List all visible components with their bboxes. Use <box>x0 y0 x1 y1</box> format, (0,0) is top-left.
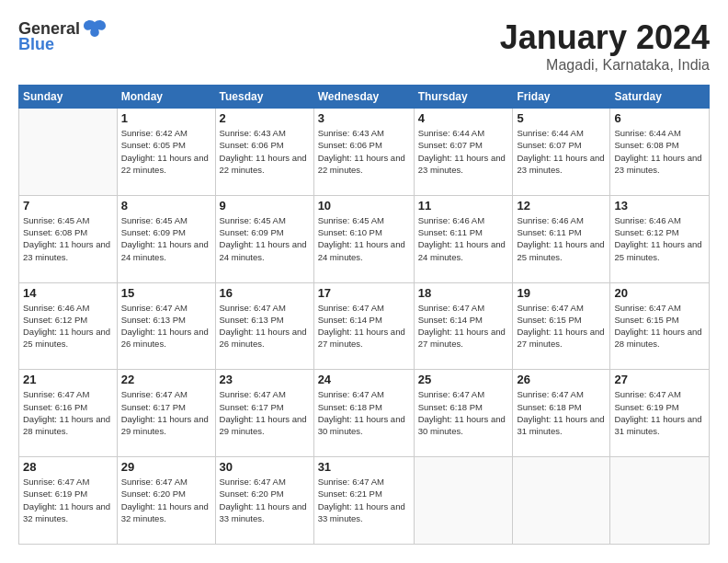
header-thursday: Thursday <box>414 86 513 109</box>
calendar-week-4: 28Sunrise: 6:47 AMSunset: 6:19 PMDayligh… <box>19 457 710 545</box>
day-number: 15 <box>121 286 211 300</box>
page: General Blue January 2024 Magadi, Karnat… <box>0 0 728 563</box>
day-number: 30 <box>220 460 310 474</box>
day-number: 20 <box>614 286 705 300</box>
day-number: 14 <box>23 286 113 300</box>
day-info: Sunrise: 6:45 AMSunset: 6:09 PMDaylight:… <box>121 214 211 263</box>
day-number: 11 <box>418 199 509 213</box>
calendar-cell: 8Sunrise: 6:45 AMSunset: 6:09 PMDaylight… <box>117 195 215 282</box>
location: Magadi, Karnataka, India <box>500 57 710 74</box>
day-number: 8 <box>121 199 211 213</box>
day-number: 24 <box>318 373 410 386</box>
day-info: Sunrise: 6:47 AMSunset: 6:18 PMDaylight:… <box>418 388 509 437</box>
day-info: Sunrise: 6:44 AMSunset: 6:07 PMDaylight:… <box>517 127 606 176</box>
day-number: 19 <box>517 286 606 300</box>
title-block: January 2024 Magadi, Karnataka, India <box>500 18 710 74</box>
day-info: Sunrise: 6:47 AMSunset: 6:17 PMDaylight:… <box>220 388 310 437</box>
calendar-cell: 20Sunrise: 6:47 AMSunset: 6:15 PMDayligh… <box>610 282 710 370</box>
calendar-cell: 14Sunrise: 6:46 AMSunset: 6:12 PMDayligh… <box>19 282 118 370</box>
day-number: 21 <box>23 373 113 386</box>
day-info: Sunrise: 6:45 AMSunset: 6:10 PMDaylight:… <box>318 214 410 263</box>
day-number: 6 <box>614 111 705 125</box>
day-info: Sunrise: 6:47 AMSunset: 6:13 PMDaylight:… <box>121 302 211 350</box>
day-number: 27 <box>614 373 705 386</box>
day-number: 17 <box>318 286 410 300</box>
calendar-cell: 19Sunrise: 6:47 AMSunset: 6:15 PMDayligh… <box>513 282 610 370</box>
day-info: Sunrise: 6:43 AMSunset: 6:06 PMDaylight:… <box>318 127 410 176</box>
day-number: 18 <box>418 286 509 300</box>
day-info: Sunrise: 6:47 AMSunset: 6:20 PMDaylight:… <box>220 476 310 524</box>
day-number: 16 <box>220 286 310 300</box>
header-tuesday: Tuesday <box>215 86 313 109</box>
day-info: Sunrise: 6:47 AMSunset: 6:18 PMDaylight:… <box>517 388 606 437</box>
calendar-cell <box>414 457 513 545</box>
calendar-week-0: 1Sunrise: 6:42 AMSunset: 6:05 PMDaylight… <box>19 109 710 196</box>
day-number: 29 <box>121 460 211 474</box>
day-number: 13 <box>614 199 705 213</box>
day-number: 9 <box>220 199 310 213</box>
header-sunday: Sunday <box>19 86 118 109</box>
day-info: Sunrise: 6:46 AMSunset: 6:12 PMDaylight:… <box>614 214 705 263</box>
day-info: Sunrise: 6:47 AMSunset: 6:20 PMDaylight:… <box>121 476 211 524</box>
calendar-cell: 2Sunrise: 6:43 AMSunset: 6:06 PMDaylight… <box>215 109 313 196</box>
calendar-cell: 9Sunrise: 6:45 AMSunset: 6:09 PMDaylight… <box>215 195 313 282</box>
day-info: Sunrise: 6:47 AMSunset: 6:19 PMDaylight:… <box>23 476 113 524</box>
calendar-cell: 30Sunrise: 6:47 AMSunset: 6:20 PMDayligh… <box>215 457 313 545</box>
calendar-cell: 12Sunrise: 6:46 AMSunset: 6:11 PMDayligh… <box>513 195 610 282</box>
calendar-week-2: 14Sunrise: 6:46 AMSunset: 6:12 PMDayligh… <box>19 282 710 370</box>
day-info: Sunrise: 6:46 AMSunset: 6:11 PMDaylight:… <box>418 214 509 263</box>
logo-bird-icon <box>82 18 108 39</box>
day-info: Sunrise: 6:47 AMSunset: 6:18 PMDaylight:… <box>318 388 410 437</box>
day-info: Sunrise: 6:45 AMSunset: 6:08 PMDaylight:… <box>23 214 113 263</box>
calendar-cell <box>610 457 710 545</box>
day-number: 4 <box>418 111 509 125</box>
day-info: Sunrise: 6:47 AMSunset: 6:15 PMDaylight:… <box>614 302 705 350</box>
day-info: Sunrise: 6:46 AMSunset: 6:12 PMDaylight:… <box>23 302 113 350</box>
header-monday: Monday <box>117 86 215 109</box>
calendar-cell: 25Sunrise: 6:47 AMSunset: 6:18 PMDayligh… <box>414 370 513 457</box>
calendar-cell: 21Sunrise: 6:47 AMSunset: 6:16 PMDayligh… <box>19 370 118 457</box>
day-number: 23 <box>220 373 310 386</box>
day-number: 5 <box>517 111 606 125</box>
day-number: 28 <box>23 460 113 474</box>
day-info: Sunrise: 6:47 AMSunset: 6:14 PMDaylight:… <box>318 302 410 350</box>
day-info: Sunrise: 6:44 AMSunset: 6:07 PMDaylight:… <box>418 127 509 176</box>
day-info: Sunrise: 6:43 AMSunset: 6:06 PMDaylight:… <box>220 127 310 176</box>
day-info: Sunrise: 6:46 AMSunset: 6:11 PMDaylight:… <box>517 214 606 263</box>
day-number: 22 <box>121 373 211 386</box>
day-info: Sunrise: 6:44 AMSunset: 6:08 PMDaylight:… <box>614 127 705 176</box>
day-number: 25 <box>418 373 509 386</box>
header: General Blue January 2024 Magadi, Karnat… <box>18 18 710 74</box>
calendar-cell: 31Sunrise: 6:47 AMSunset: 6:21 PMDayligh… <box>313 457 414 545</box>
calendar-cell: 3Sunrise: 6:43 AMSunset: 6:06 PMDaylight… <box>313 109 414 196</box>
day-number: 31 <box>318 460 410 474</box>
calendar-cell: 6Sunrise: 6:44 AMSunset: 6:08 PMDaylight… <box>610 109 710 196</box>
day-number: 12 <box>517 199 606 213</box>
calendar-cell: 1Sunrise: 6:42 AMSunset: 6:05 PMDaylight… <box>117 109 215 196</box>
day-info: Sunrise: 6:42 AMSunset: 6:05 PMDaylight:… <box>121 127 211 176</box>
logo: General Blue <box>18 18 108 54</box>
calendar-header-row: Sunday Monday Tuesday Wednesday Thursday… <box>19 86 710 109</box>
calendar-table: Sunday Monday Tuesday Wednesday Thursday… <box>18 85 710 545</box>
calendar-week-3: 21Sunrise: 6:47 AMSunset: 6:16 PMDayligh… <box>19 370 710 457</box>
calendar-cell: 16Sunrise: 6:47 AMSunset: 6:13 PMDayligh… <box>215 282 313 370</box>
day-info: Sunrise: 6:47 AMSunset: 6:17 PMDaylight:… <box>121 388 211 437</box>
calendar-cell: 4Sunrise: 6:44 AMSunset: 6:07 PMDaylight… <box>414 109 513 196</box>
calendar-cell: 13Sunrise: 6:46 AMSunset: 6:12 PMDayligh… <box>610 195 710 282</box>
calendar-cell: 28Sunrise: 6:47 AMSunset: 6:19 PMDayligh… <box>19 457 118 545</box>
calendar-cell: 7Sunrise: 6:45 AMSunset: 6:08 PMDaylight… <box>19 195 118 282</box>
calendar-cell: 17Sunrise: 6:47 AMSunset: 6:14 PMDayligh… <box>313 282 414 370</box>
day-number: 7 <box>23 199 113 213</box>
calendar-cell <box>513 457 610 545</box>
calendar-cell: 10Sunrise: 6:45 AMSunset: 6:10 PMDayligh… <box>313 195 414 282</box>
day-number: 10 <box>318 199 410 213</box>
day-info: Sunrise: 6:47 AMSunset: 6:14 PMDaylight:… <box>418 302 509 350</box>
header-saturday: Saturday <box>610 86 710 109</box>
header-wednesday: Wednesday <box>313 86 414 109</box>
month-title: January 2024 <box>500 18 710 57</box>
calendar-cell: 24Sunrise: 6:47 AMSunset: 6:18 PMDayligh… <box>313 370 414 457</box>
day-info: Sunrise: 6:47 AMSunset: 6:13 PMDaylight:… <box>220 302 310 350</box>
calendar-cell: 18Sunrise: 6:47 AMSunset: 6:14 PMDayligh… <box>414 282 513 370</box>
calendar-cell: 5Sunrise: 6:44 AMSunset: 6:07 PMDaylight… <box>513 109 610 196</box>
logo-blue: Blue <box>18 35 54 54</box>
